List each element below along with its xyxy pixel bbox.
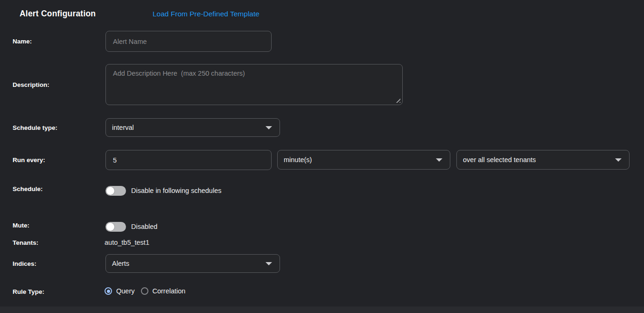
tenants-label: Tenants: <box>13 239 38 247</box>
bottom-panel-edge <box>0 306 644 313</box>
schedule-type-selected: interval <box>112 124 134 131</box>
rule-type-radio-query[interactable] <box>105 287 112 295</box>
rule-type-option-label[interactable]: Query <box>116 287 135 295</box>
run-every-unit-selected: minute(s) <box>284 156 312 164</box>
radio-dot <box>107 290 110 293</box>
chevron-down-icon <box>615 158 622 162</box>
schedule-type-label: Schedule type: <box>13 124 57 132</box>
run-every-scope-dropdown[interactable]: over all selected tenants <box>456 150 630 170</box>
run-every-unit-dropdown[interactable]: minute(s) <box>277 150 450 170</box>
run-every-value-input[interactable] <box>105 150 272 170</box>
name-label: Name: <box>13 37 32 45</box>
load-template-link[interactable]: Load From Pre-Defined Template <box>153 10 259 18</box>
indices-selected: Alerts <box>112 260 129 267</box>
rule-type-radio-group: Query Correlation <box>105 287 185 295</box>
rule-type-radio-correlation[interactable] <box>141 287 148 295</box>
toggle-knob <box>106 187 114 195</box>
run-every-scope-selected: over all selected tenants <box>463 156 536 164</box>
alert-configuration-page: Alert Configuration Load From Pre-Define… <box>0 0 644 313</box>
indices-label: Indices: <box>13 260 36 268</box>
chevron-down-icon <box>266 126 272 129</box>
schedule-toggle[interactable] <box>105 186 126 196</box>
description-textarea[interactable] <box>105 64 403 105</box>
rule-type-label: Rule Type: <box>13 288 44 296</box>
chevron-down-icon <box>436 158 442 162</box>
page-title: Alert Configuration <box>20 9 96 19</box>
description-label: Description: <box>13 81 49 89</box>
schedule-label: Schedule: <box>13 185 43 193</box>
mute-toggle[interactable] <box>105 222 126 232</box>
rule-type-option-label[interactable]: Correlation <box>153 287 186 295</box>
indices-dropdown[interactable]: Alerts <box>105 254 280 273</box>
tenants-value: auto_tb5_test1 <box>105 239 149 247</box>
schedule-type-dropdown[interactable]: interval <box>105 118 280 137</box>
chevron-down-icon <box>266 262 272 265</box>
alert-name-input[interactable] <box>105 31 272 52</box>
mute-label: Mute: <box>13 221 29 229</box>
schedule-toggle-label: Disable in following schedules <box>131 187 221 195</box>
run-every-label: Run every: <box>13 156 45 164</box>
mute-toggle-label: Disabled <box>131 223 157 231</box>
description-field-wrap <box>105 64 403 105</box>
toggle-knob <box>106 223 114 231</box>
